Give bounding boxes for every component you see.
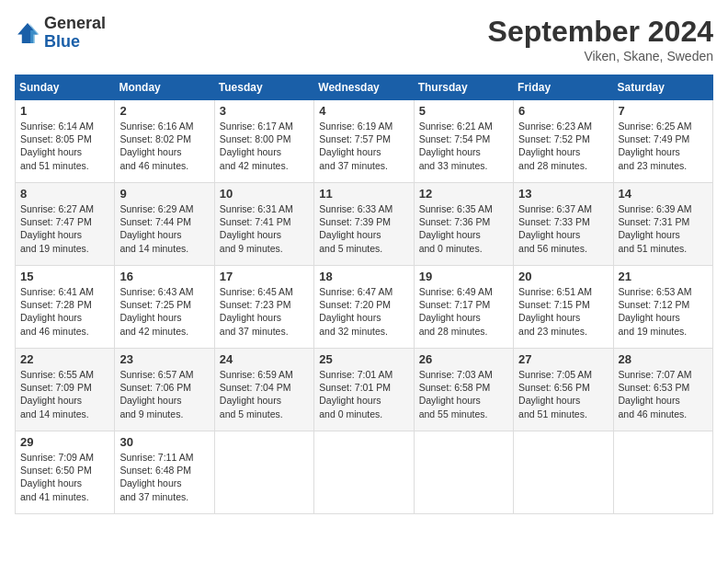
title-block: September 2024 Viken, Skane, Sweden [488, 15, 713, 63]
day-number: 21 [619, 270, 708, 283]
day-number: 4 [319, 104, 408, 118]
day-number: 7 [619, 104, 708, 118]
day-number: 8 [20, 187, 109, 201]
table-row: 5Sunrise: 6:21 AMSunset: 7:54 PMDaylight… [414, 100, 513, 183]
day-info: Sunrise: 6:57 AMSunset: 7:06 PMDaylight … [119, 369, 193, 419]
table-row: 12Sunrise: 6:35 AMSunset: 7:36 PMDayligh… [414, 183, 513, 266]
day-number: 9 [119, 187, 209, 201]
table-row: 30Sunrise: 7:11 AMSunset: 6:48 PMDayligh… [115, 431, 214, 514]
table-row: 15Sunrise: 6:41 AMSunset: 7:28 PMDayligh… [16, 266, 115, 349]
week-row-2: 8Sunrise: 6:27 AMSunset: 7:47 PMDaylight… [16, 183, 713, 266]
day-info: Sunrise: 6:25 AMSunset: 7:49 PMDaylight … [619, 121, 692, 171]
table-row [214, 431, 313, 514]
col-thursday: Thursday [414, 75, 513, 100]
day-number: 29 [20, 435, 109, 449]
day-number: 12 [419, 187, 508, 201]
table-row: 7Sunrise: 6:25 AMSunset: 7:49 PMDaylight… [613, 100, 712, 183]
day-info: Sunrise: 6:53 AMSunset: 7:12 PMDaylight … [619, 286, 692, 337]
day-info: Sunrise: 6:17 AMSunset: 8:00 PMDaylight … [220, 121, 293, 171]
table-row: 27Sunrise: 7:05 AMSunset: 6:56 PMDayligh… [514, 349, 613, 431]
logo-icon [15, 20, 40, 46]
day-info: Sunrise: 6:35 AMSunset: 7:36 PMDaylight … [419, 203, 493, 254]
day-number: 30 [119, 435, 209, 449]
col-monday: Monday [115, 75, 214, 100]
week-row-5: 29Sunrise: 7:09 AMSunset: 6:50 PMDayligh… [16, 431, 713, 514]
col-saturday: Saturday [613, 75, 712, 100]
day-info: Sunrise: 6:14 AMSunset: 8:05 PMDaylight … [20, 121, 94, 171]
table-row: 9Sunrise: 6:29 AMSunset: 7:44 PMDaylight… [115, 183, 214, 266]
day-info: Sunrise: 7:09 AMSunset: 6:50 PMDaylight … [20, 452, 94, 502]
table-row: 24Sunrise: 6:59 AMSunset: 7:04 PMDayligh… [214, 349, 313, 431]
col-sunday: Sunday [16, 75, 115, 100]
day-info: Sunrise: 6:37 AMSunset: 7:33 PMDaylight … [518, 203, 592, 254]
table-row: 1Sunrise: 6:14 AMSunset: 8:05 PMDaylight… [16, 100, 115, 183]
day-info: Sunrise: 6:41 AMSunset: 7:28 PMDaylight … [20, 286, 94, 337]
table-row: 13Sunrise: 6:37 AMSunset: 7:33 PMDayligh… [514, 183, 613, 266]
day-info: Sunrise: 6:55 AMSunset: 7:09 PMDaylight … [20, 369, 94, 419]
day-info: Sunrise: 6:33 AMSunset: 7:39 PMDaylight … [319, 203, 392, 254]
day-info: Sunrise: 7:05 AMSunset: 6:56 PMDaylight … [518, 369, 592, 419]
table-row: 8Sunrise: 6:27 AMSunset: 7:47 PMDaylight… [16, 183, 115, 266]
day-number: 18 [319, 270, 408, 283]
day-info: Sunrise: 6:19 AMSunset: 7:57 PMDaylight … [319, 121, 392, 171]
day-number: 24 [220, 352, 309, 366]
table-row [414, 431, 513, 514]
calendar-table: Sunday Monday Tuesday Wednesday Thursday… [15, 75, 713, 514]
day-info: Sunrise: 7:11 AMSunset: 6:48 PMDaylight … [119, 452, 193, 502]
day-number: 5 [419, 104, 508, 118]
table-row [613, 431, 712, 514]
day-number: 14 [619, 187, 708, 201]
page-header: General Blue September 2024 Viken, Skane… [15, 15, 713, 63]
table-row: 4Sunrise: 6:19 AMSunset: 7:57 PMDaylight… [314, 100, 414, 183]
day-number: 23 [119, 352, 209, 366]
day-number: 2 [119, 104, 209, 118]
week-row-4: 22Sunrise: 6:55 AMSunset: 7:09 PMDayligh… [16, 349, 713, 431]
day-number: 15 [20, 270, 109, 283]
col-friday: Friday [514, 75, 613, 100]
day-info: Sunrise: 6:45 AMSunset: 7:23 PMDaylight … [220, 286, 293, 337]
table-row: 14Sunrise: 6:39 AMSunset: 7:31 PMDayligh… [613, 183, 712, 266]
day-info: Sunrise: 6:31 AMSunset: 7:41 PMDaylight … [220, 203, 293, 254]
day-info: Sunrise: 6:27 AMSunset: 7:47 PMDaylight … [20, 203, 94, 254]
table-row: 20Sunrise: 6:51 AMSunset: 7:15 PMDayligh… [514, 266, 613, 349]
day-number: 20 [518, 270, 608, 283]
table-row: 21Sunrise: 6:53 AMSunset: 7:12 PMDayligh… [613, 266, 712, 349]
day-number: 11 [319, 187, 408, 201]
table-row: 10Sunrise: 6:31 AMSunset: 7:41 PMDayligh… [214, 183, 313, 266]
day-info: Sunrise: 6:39 AMSunset: 7:31 PMDaylight … [619, 203, 692, 254]
day-number: 3 [220, 104, 309, 118]
day-number: 19 [419, 270, 508, 283]
day-info: Sunrise: 7:03 AMSunset: 6:58 PMDaylight … [419, 369, 493, 419]
day-info: Sunrise: 6:29 AMSunset: 7:44 PMDaylight … [119, 203, 193, 254]
day-info: Sunrise: 6:43 AMSunset: 7:25 PMDaylight … [119, 286, 193, 337]
table-row: 18Sunrise: 6:47 AMSunset: 7:20 PMDayligh… [314, 266, 414, 349]
table-row [314, 431, 414, 514]
table-row: 3Sunrise: 6:17 AMSunset: 8:00 PMDaylight… [214, 100, 313, 183]
col-wednesday: Wednesday [314, 75, 414, 100]
table-row: 23Sunrise: 6:57 AMSunset: 7:06 PMDayligh… [115, 349, 214, 431]
day-number: 1 [20, 104, 109, 118]
logo: General Blue [15, 15, 106, 52]
table-row: 26Sunrise: 7:03 AMSunset: 6:58 PMDayligh… [414, 349, 513, 431]
day-number: 6 [518, 104, 608, 118]
day-info: Sunrise: 6:21 AMSunset: 7:54 PMDaylight … [419, 121, 493, 171]
header-row: Sunday Monday Tuesday Wednesday Thursday… [16, 75, 713, 100]
day-number: 13 [518, 187, 608, 201]
table-row: 16Sunrise: 6:43 AMSunset: 7:25 PMDayligh… [115, 266, 214, 349]
day-number: 26 [419, 352, 508, 366]
table-row: 19Sunrise: 6:49 AMSunset: 7:17 PMDayligh… [414, 266, 513, 349]
day-number: 27 [518, 352, 608, 366]
table-row: 6Sunrise: 6:23 AMSunset: 7:52 PMDaylight… [514, 100, 613, 183]
logo-blue: Blue [44, 33, 106, 52]
location: Viken, Skane, Sweden [488, 49, 713, 63]
table-row: 22Sunrise: 6:55 AMSunset: 7:09 PMDayligh… [16, 349, 115, 431]
svg-marker-1 [29, 23, 40, 43]
day-number: 16 [119, 270, 209, 283]
day-number: 22 [20, 352, 109, 366]
day-info: Sunrise: 6:16 AMSunset: 8:02 PMDaylight … [119, 121, 193, 171]
table-row: 2Sunrise: 6:16 AMSunset: 8:02 PMDaylight… [115, 100, 214, 183]
day-number: 10 [220, 187, 309, 201]
week-row-1: 1Sunrise: 6:14 AMSunset: 8:05 PMDaylight… [16, 100, 713, 183]
day-number: 25 [319, 352, 408, 366]
table-row: 11Sunrise: 6:33 AMSunset: 7:39 PMDayligh… [314, 183, 414, 266]
